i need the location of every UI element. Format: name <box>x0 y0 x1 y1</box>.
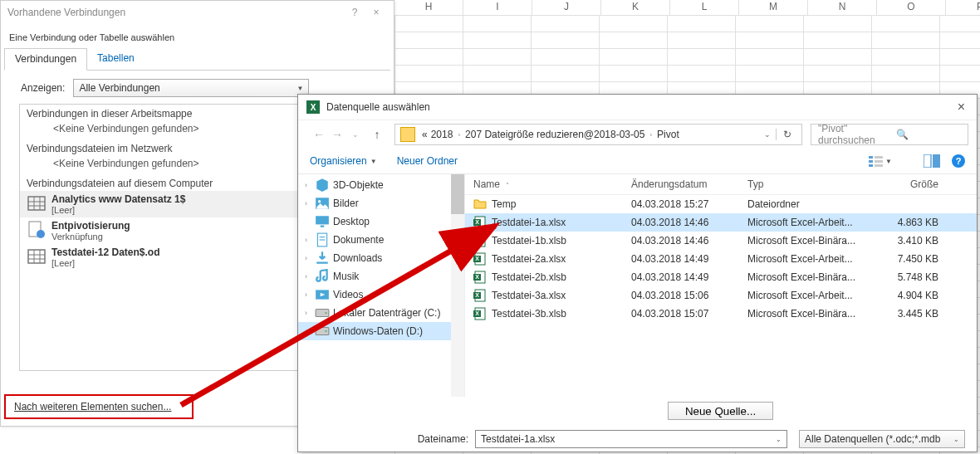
file-type: Microsoft Excel-Binära... <box>747 271 880 283</box>
file-name: Testdatei-1a.xlsx <box>492 217 566 228</box>
expand-icon[interactable]: › <box>305 254 315 262</box>
refresh-icon[interactable]: ↻ <box>776 129 798 140</box>
tree-node[interactable]: ›Windows-Daten (D:) <box>298 322 464 340</box>
breadcrumb[interactable]: « 2018 › 207 Dateigröße reduzieren@2018-… <box>394 124 802 145</box>
file-size: 5.748 KB <box>880 271 938 283</box>
svg-rect-26 <box>321 226 325 227</box>
file-name: Testdatei-3a.xlsx <box>492 290 566 301</box>
show-combobox[interactable]: Alle Verbindungen ▼ <box>73 79 309 97</box>
expand-icon[interactable]: › <box>305 236 315 244</box>
svg-rect-15 <box>869 156 873 159</box>
tree-node[interactable]: ›Bilder <box>298 194 464 212</box>
file-date: 04.03.2018 15:07 <box>631 308 747 320</box>
file-name: Testdatei-1b.xlsb <box>492 235 566 247</box>
tree-label: Bilder <box>333 198 359 209</box>
chevron-down-icon[interactable]: ⌄ <box>776 436 782 443</box>
svg-text:X: X <box>475 219 479 225</box>
tree-node[interactable]: ›Videos <box>298 286 464 304</box>
view-mode-icon[interactable] <box>869 154 885 168</box>
tree-label: 3D-Objekte <box>333 179 384 191</box>
svg-rect-30 <box>316 262 328 264</box>
expand-icon[interactable]: › <box>305 181 315 189</box>
search-input[interactable]: "Pivot" durchsuchen 🔍 <box>811 124 968 145</box>
column-size[interactable]: Größe <box>880 178 938 190</box>
excel-file-icon: X <box>473 234 487 247</box>
scrollbar-thumb[interactable] <box>451 174 464 214</box>
column-name[interactable]: Name ˄ <box>473 178 631 190</box>
chevron-down-icon[interactable]: ▼ <box>885 158 892 165</box>
filetype-filter[interactable]: Alle Datenquellen (*.odc;*.mdb ⌄ <box>799 430 965 448</box>
file-row[interactable]: XTestdatei-2b.xlsb04.03.2018 14:49Micros… <box>465 268 977 286</box>
excel-file-icon: X <box>473 307 487 320</box>
column-header[interactable]: M <box>739 0 808 15</box>
expand-icon[interactable]: › <box>305 309 315 317</box>
search-more-link[interactable]: Nach weiteren Elementen suchen... <box>4 394 194 419</box>
column-header[interactable]: O <box>877 0 946 15</box>
file-date: 04.03.2018 15:06 <box>631 290 747 301</box>
expand-icon[interactable]: › <box>305 290 315 299</box>
organize-button[interactable]: Organisieren <box>310 155 367 167</box>
tree-node[interactable]: ›3D-Objekte <box>298 176 464 194</box>
file-row[interactable]: XTestdatei-2a.xlsx04.03.2018 14:49Micros… <box>465 250 977 268</box>
file-row[interactable]: XTestdatei-3b.xlsb04.03.2018 15:07Micros… <box>465 305 977 323</box>
preview-pane-icon[interactable] <box>924 154 940 168</box>
video-icon <box>315 288 330 301</box>
download-icon <box>315 251 330 265</box>
file-name: Testdatei-2b.xlsb <box>492 271 566 283</box>
tab-tables[interactable]: Tabellen <box>87 48 145 71</box>
chevron-down-icon[interactable]: ⌄ <box>759 130 776 139</box>
excel-icon: X <box>306 100 320 114</box>
file-size: 3.410 KB <box>880 235 938 247</box>
column-header[interactable]: P <box>946 0 980 15</box>
file-date: 04.03.2018 14:49 <box>631 271 747 283</box>
svg-point-6 <box>37 230 45 238</box>
file-type: Microsoft Excel-Binära... <box>747 235 880 247</box>
cube-icon <box>315 178 330 192</box>
file-row[interactable]: XTestdatei-1b.xlsb04.03.2018 14:46Micros… <box>465 232 977 250</box>
column-header[interactable]: K <box>601 0 670 15</box>
column-type[interactable]: Typ <box>747 178 880 190</box>
tree-node[interactable]: ›Dokumente <box>298 231 464 249</box>
tabs: Verbindungen Tabellen <box>4 47 390 71</box>
tree-node[interactable]: ›Musik <box>298 267 464 286</box>
help-icon[interactable]: ? <box>344 7 365 18</box>
tree-label: Videos <box>333 289 363 300</box>
nav-history-icon[interactable]: ⌄ <box>346 130 365 139</box>
new-folder-button[interactable]: Neuer Ordner <box>397 155 458 167</box>
nav-up-icon[interactable]: ↑ <box>368 128 386 141</box>
connection-icon <box>27 193 47 213</box>
chevron-down-icon[interactable]: ▼ <box>370 158 377 165</box>
svg-text:X: X <box>475 274 479 280</box>
filename-label: Dateiname: <box>418 433 468 445</box>
column-header[interactable]: H <box>394 0 463 15</box>
nav-back-icon[interactable]: ← <box>310 128 328 141</box>
close-icon[interactable]: × <box>365 7 387 18</box>
svg-point-35 <box>325 330 326 332</box>
help-icon[interactable]: ? <box>952 154 965 168</box>
close-icon[interactable]: × <box>954 100 968 115</box>
file-row[interactable]: XTestdatei-1a.xlsx04.03.2018 14:46Micros… <box>465 213 977 232</box>
file-type: Microsoft Excel-Binära... <box>747 308 880 320</box>
column-header[interactable]: L <box>670 0 739 15</box>
file-row[interactable]: XTestdatei-3a.xlsx04.03.2018 15:06Micros… <box>465 286 977 305</box>
file-type: Dateiordner <box>747 198 880 210</box>
select-datasource-dialog: X Datenquelle auswählen × ← → ⌄ ↑ « 2018… <box>297 94 978 452</box>
column-header[interactable]: I <box>463 0 532 15</box>
svg-text:X: X <box>475 256 479 261</box>
column-header[interactable]: N <box>808 0 877 15</box>
tree-node[interactable]: Desktop <box>298 212 464 231</box>
filename-input[interactable]: Testdatei-1a.xlsx ⌄ <box>475 430 787 448</box>
tree-node[interactable]: ›Downloads <box>298 249 464 267</box>
svg-rect-0 <box>28 197 45 210</box>
svg-text:X: X <box>475 310 479 316</box>
tab-connections[interactable]: Verbindungen <box>4 48 87 71</box>
expand-icon[interactable]: › <box>305 199 315 207</box>
expand-icon[interactable]: › <box>305 272 315 281</box>
file-row[interactable]: Temp04.03.2018 15:27Dateiordner <box>465 195 977 213</box>
column-date[interactable]: Änderungsdatum <box>631 178 747 190</box>
tree-node[interactable]: ›Lokaler Datenträger (C:) <box>298 304 464 322</box>
column-header[interactable]: J <box>532 0 601 15</box>
expand-icon[interactable]: › <box>305 327 315 335</box>
new-source-button[interactable]: Neue Quelle... <box>668 402 773 420</box>
connection-icon <box>27 247 47 266</box>
